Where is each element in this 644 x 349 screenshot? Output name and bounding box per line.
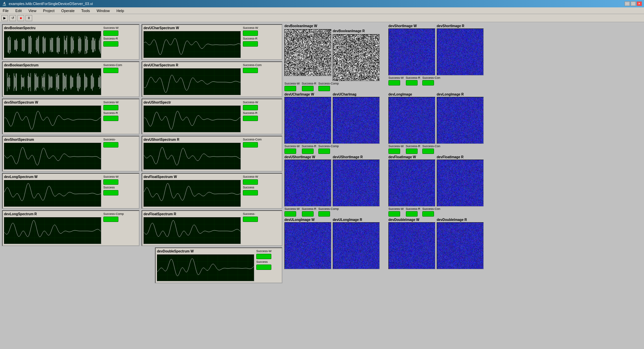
dev-long-spectrum-w-status-w [103, 179, 118, 185]
dev-ushort-spectrum-r-status [243, 142, 258, 148]
dev-float-spectrum-w-status-label: Success [243, 186, 258, 189]
dev-uchar-image-status-label-w: Success-W [284, 144, 300, 148]
dev-boolean-image-r-group: devBooleanImage R [333, 29, 380, 81]
dev-long-image-r-title: devLongImage R [437, 93, 484, 96]
menu-window[interactable]: Window [95, 8, 111, 13]
dev-uchar-image-status-label-r: Success-R [302, 144, 317, 148]
dev-boolean-image-w-status-label-r: Success-R [302, 82, 317, 85]
app-icon: 🔬 [2, 2, 7, 6]
dev-uchar-imag-title: devUCharImag [333, 93, 380, 96]
dev-float-spectrum-r-title: devFloatSpectrum R [144, 212, 241, 216]
dev-double-image-r-title: devDoubleImage R [437, 218, 484, 222]
dev-short-image-status-label-r: Success-R [406, 76, 421, 79]
dev-ushort-image-status-label-w: Success-W [284, 207, 300, 211]
run-button[interactable]: ▶ [1, 15, 8, 21]
dev-boolean-image-w-group: devBooleanImage W devBooleanImage R [284, 24, 380, 91]
dev-float-image-group: devFloatImage W devFloatImage R [388, 155, 484, 217]
dev-short-image-status-w [388, 80, 400, 85]
dev-float-image-r-display [437, 160, 484, 207]
dev-float-image-status-r [406, 211, 418, 217]
dev-ulong-image-w-title: devULongImage W [284, 218, 331, 222]
menu-tools[interactable]: Tools [80, 8, 91, 13]
dev-double-spectrum-w-title: devDoubleSpectrum W [157, 249, 254, 253]
dev-long-image-status-r [406, 149, 418, 154]
dev-float-image-w-title: devFloatImage W [388, 155, 435, 159]
dev-ushort-image-r-display [333, 160, 380, 207]
dev-short-image-w-display [388, 28, 435, 75]
dev-short-image-status-r [406, 80, 418, 85]
dev-short-image-w-title: devShortImage W [388, 24, 435, 28]
dev-long-spectrum-r-status-label: Success-Comp [103, 212, 124, 216]
dev-float-image-status-label-r: Success-R [406, 207, 421, 211]
dev-short-spectrum-w-waveform [4, 106, 101, 132]
dev-long-spectrum-w-title: devLongSpectrum W [4, 175, 101, 179]
dev-ushort-spectrum-r-title: devUShortSpectrum R [144, 138, 241, 141]
dev-ushort-image-group: devUShortImage W devUShortImage R [284, 155, 380, 217]
dev-uchar-spectrum-r-title: devUCharSpectrum R [144, 63, 241, 67]
dev-double-spectrum-w-waveform [157, 254, 254, 281]
menu-help[interactable]: Help [115, 8, 125, 13]
abort-button[interactable]: ■ [17, 15, 24, 21]
dev-uchar-image-w-title: devUCharImage W [284, 93, 331, 96]
menu-view[interactable]: View [27, 8, 38, 13]
dev-ushort-image-status-w [284, 211, 296, 217]
dev-short-spectrum-w-status-label-r: Success-R [103, 111, 119, 115]
dev-uchar-spectrum-w-waveform [144, 31, 241, 58]
dev-long-image-status-w [388, 149, 400, 154]
dev-short-spectrum-w-status-w [103, 105, 118, 110]
dev-uchar-image-status-r [302, 149, 314, 154]
dev-float-image-r-title: devFloatImage R [437, 155, 484, 159]
dev-float-image-w-display [388, 160, 435, 207]
dev-ushort-spectrum-r-waveform [144, 143, 241, 170]
title-bar: 🔬 examples.lvlib:ClientForSingleDeviceDS… [0, 0, 644, 7]
main-content: devBooleanSpectru Success-W Success-R [0, 22, 644, 349]
run-continuous-button[interactable]: ↺ [9, 15, 16, 21]
minimize-button[interactable]: — [625, 1, 630, 6]
dev-float-image-status-label-con: Success-Con [422, 207, 440, 211]
dev-ushort-spectr-panel: devUShortSpectr Success-W Success-R [142, 99, 282, 134]
close-button[interactable]: ✕ [637, 1, 642, 6]
dev-ushort-image-r-title: devUShortImage R [333, 155, 380, 159]
dev-uchar-spectrum-r-waveform [144, 68, 241, 95]
dev-boolean-image-w-display [284, 29, 331, 76]
dev-ushort-spectrum-r-status-label: Success-Com [243, 138, 262, 141]
dev-double-image-w-display [388, 222, 435, 269]
menu-edit[interactable]: Edit [14, 8, 23, 13]
menu-bar: File Edit View Project Operate Tools Win… [0, 7, 644, 14]
dev-short-spectrum-status [103, 142, 118, 148]
dev-uchar-spectrum-r-status-label: Success-Com [243, 63, 262, 67]
dev-float-spectrum-w-panel: devFloatSpectrum W Success-W Success [142, 173, 282, 209]
dev-long-image-status-con [422, 149, 434, 154]
dev-long-spectrum-r-title: devLongSpectrum R [4, 212, 101, 216]
dev-uchar-image-w-display [284, 97, 331, 144]
dev-long-image-group: devLongImage devLongImage R [388, 93, 484, 154]
dev-boolean-spectrum-panel: devBooleanSpectrum Success-Com [2, 61, 140, 97]
dev-uchar-spectrum-w-title: devUCharSpectrum W [144, 26, 241, 30]
maximize-button[interactable]: □ [631, 1, 636, 6]
dev-float-spectrum-w-status-label-w: Success-W [243, 175, 258, 178]
dev-uchar-imag-display [333, 97, 380, 144]
dev-ushort-image-w-display [284, 160, 331, 207]
dev-ushort-spectrum-r-panel: devUShortSpectrum R Success-Com [142, 136, 282, 172]
pause-button[interactable]: ⏸ [25, 15, 32, 21]
dev-short-spectrum-panel: devShortSpectrum Success- [2, 136, 140, 172]
dev-uchar-spectrum-r-panel: devUCharSpectrum R Success-Com [142, 61, 282, 97]
dev-ushort-spectr-waveform [144, 106, 241, 132]
dev-double-spectrum-w-status-w [256, 254, 271, 259]
dev-ushort-image-status-r [302, 211, 314, 217]
dev-short-image-status-label-con: Success-Con [422, 76, 440, 79]
dev-uchar-image-group: devUCharImage W devUCharImag [284, 93, 380, 154]
menu-operate[interactable]: Operate [60, 8, 76, 13]
dev-short-spectrum-w-status-r [103, 116, 118, 121]
dev-boolean-spectrum-status-label: Success-Com [103, 63, 122, 67]
dev-long-spectrum-r-panel: devLongSpectrum R Success-Comp [2, 210, 140, 246]
dev-ulong-image-r-display [333, 222, 380, 269]
toolbar: ▶ ↺ ■ ⏸ [0, 14, 644, 22]
menu-file[interactable]: File [1, 8, 10, 13]
menu-project[interactable]: Project [42, 8, 56, 13]
dev-uchar-spectrum-w-status-r [243, 41, 258, 47]
dev-boolean-spectru-w-panel: devBooleanSpectru Success-W Success-R [2, 24, 140, 60]
dev-uchar-spectrum-w-status-w [243, 31, 258, 36]
dev-double-spectrum-w-status-label: Success [256, 260, 272, 264]
dev-float-spectrum-w-status-w [243, 179, 258, 185]
